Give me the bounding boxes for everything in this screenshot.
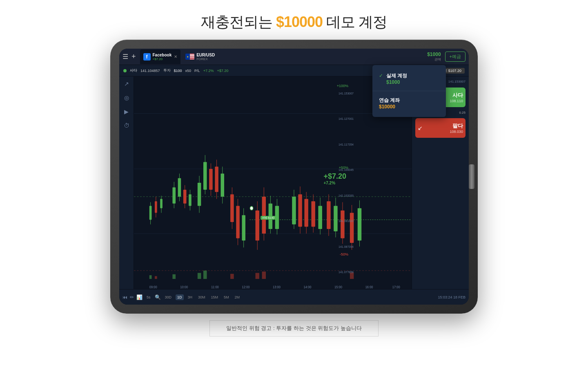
- tab-facebook[interactable]: f Facebook +$7.20 ✕: [140, 49, 181, 64]
- svg-text:13:00: 13:00: [273, 285, 281, 289]
- svg-text:16:00: 16:00: [365, 285, 373, 289]
- us-flag-part: [190, 54, 194, 60]
- title-amount: $10000: [276, 13, 323, 30]
- facebook-icon: f: [143, 53, 151, 61]
- practice-account-amount: $10000: [379, 104, 439, 110]
- warning-text: 일반적인 위험 경고 : 투자를 하는 것은 위험도가 높습니다: [226, 325, 362, 331]
- balance-amount: $1000: [427, 52, 441, 57]
- checkmark-icon: ✓: [379, 73, 383, 79]
- axis-label-4: 141.100045: [329, 168, 354, 171]
- svg-text:17:00: 17:00: [392, 285, 400, 289]
- balance-area[interactable]: $1000 관액: [427, 52, 441, 62]
- axis-label-6: 141.081820: [329, 220, 354, 222]
- timeframe-3h[interactable]: 3H: [186, 294, 194, 300]
- deposit-button[interactable]: +예금: [445, 52, 466, 62]
- draw-icon[interactable]: ✏: [130, 294, 134, 300]
- trade-price: 141.104857: [140, 69, 160, 73]
- svg-text:11:00: 11:00: [211, 285, 219, 289]
- eu-flag-part: ★: [185, 54, 190, 60]
- buy-button-text: 사다 108.110: [450, 92, 463, 103]
- timeframe-2m[interactable]: 2M: [233, 294, 242, 300]
- rewind-icon[interactable]: ⏮: [122, 294, 127, 300]
- real-account-amount: $1000: [386, 79, 407, 85]
- page-title: 재충전되는 $10000 데모 계정: [201, 12, 387, 32]
- eurusd-text: EUR/USD FOREX: [196, 53, 215, 61]
- real-account-label: 실제 계정: [386, 72, 407, 79]
- search-icon[interactable]: 🔍: [155, 294, 161, 300]
- axis-label-2: 141.127001: [329, 117, 354, 120]
- trade-invest-label: 투자: [163, 68, 171, 73]
- practice-account-text: 연습 계좌 $10000: [379, 97, 439, 110]
- left-toolbar: ↗ ◎ ▶ ⏱: [119, 76, 134, 289]
- svg-rect-70: [230, 274, 234, 279]
- indicator-icon[interactable]: ◎: [124, 94, 129, 101]
- play-icon[interactable]: ▶: [124, 108, 129, 115]
- svg-text:09:00: 09:00: [149, 285, 157, 289]
- svg-rect-65: [149, 275, 152, 279]
- right-axis-labels: 141.153007 141.127001 141.117354 141.100…: [329, 76, 354, 289]
- menu-button[interactable]: ☰: [122, 53, 128, 61]
- svg-rect-69: [203, 271, 207, 279]
- practice-account-item[interactable]: 연습 계좌 $10000: [372, 94, 446, 113]
- trade-pl-label: P/L: [194, 69, 200, 73]
- axis-label-3: 141.117354: [329, 143, 354, 146]
- axis-label-8: 141.077858: [329, 271, 354, 274]
- svg-rect-66: [155, 276, 157, 279]
- dropdown-divider: [372, 91, 446, 91]
- timeframe-1d[interactable]: 1D: [176, 294, 184, 300]
- chart-type-icon[interactable]: 📊: [136, 294, 143, 300]
- tablet-screen: ☰ + f Facebook +$7.20 ✕ ★ E: [119, 49, 469, 305]
- trade-pl-amount: +$7.20: [217, 69, 228, 73]
- title-prefix: 재충전되는: [201, 13, 276, 30]
- tab-facebook-text: Facebook +$7.20: [153, 53, 172, 61]
- warning-bar: 일반적인 위험 경고 : 투자를 하는 것은 위험도가 높습니다: [209, 320, 379, 337]
- buy-label: 사다: [452, 92, 463, 99]
- timeframe-30m[interactable]: 30M: [196, 294, 207, 300]
- interval-label[interactable]: 5s: [145, 294, 152, 300]
- axis-label-5: 141.103200: [329, 194, 354, 197]
- svg-rect-71: [256, 273, 259, 279]
- timestamp-label: 15:03:24 18 FEB: [438, 295, 466, 299]
- sell-label: 팔다: [452, 122, 463, 130]
- timeframe-30d[interactable]: 30D: [163, 294, 174, 300]
- axis-label-7: 141.087394: [329, 245, 354, 248]
- svg-rect-72: [262, 272, 266, 279]
- sell-button-text: 팔다 108.030: [450, 122, 463, 134]
- svg-text:10:00: 10:00: [180, 285, 188, 289]
- balance-label: 관액: [434, 57, 441, 62]
- trade-invest-amount: $100: [174, 69, 182, 73]
- trade-status-dot: [123, 69, 127, 72]
- tab-facebook-close[interactable]: ✕: [174, 54, 177, 59]
- svg-text:12:00: 12:00: [242, 285, 249, 289]
- trade-pl-value: +7.2%: [203, 69, 214, 73]
- tablet-power-button[interactable]: [469, 164, 474, 189]
- eurusd-name: EUR/USD: [196, 53, 215, 57]
- trend-icon[interactable]: ↗: [124, 81, 129, 87]
- tablet-bezel: ☰ + f Facebook +$7.20 ✕ ★ E: [110, 40, 478, 314]
- trade-action: 사다: [130, 68, 137, 73]
- timeframe-5m[interactable]: 5M: [222, 294, 231, 300]
- tab-eurusd[interactable]: ★ EUR/USD FOREX: [182, 51, 218, 63]
- sell-button[interactable]: ↙ 팔다 108.030: [415, 118, 466, 138]
- svg-text:14:00: 14:00: [304, 285, 312, 289]
- svg-rect-67: [172, 274, 176, 279]
- sell-arrow-icon: ↙: [418, 125, 423, 131]
- timeframe-15m[interactable]: 15M: [209, 294, 220, 300]
- eurusd-flag: ★: [185, 54, 194, 60]
- history-icon[interactable]: ⏱: [124, 122, 129, 129]
- real-account-item[interactable]: ✓ 실제 계정 $1000: [372, 69, 446, 88]
- svg-point-36: [250, 206, 253, 210]
- tab-facebook-gain: +$7.20: [153, 57, 172, 61]
- entry-tag: X50 $100: [261, 216, 276, 220]
- buy-price: 108.110: [450, 99, 463, 103]
- account-dropdown: ✓ 실제 계정 $1000 연습 계좌 $10000: [372, 65, 446, 117]
- chart-area: +100% +50% -50% +$7.20 +7.2% X50 $100: [134, 76, 412, 289]
- real-account-text: 실제 계정 $1000: [386, 72, 407, 85]
- svg-rect-68: [198, 273, 201, 279]
- sell-price: 108.030: [450, 130, 463, 134]
- eurusd-sub: FOREX: [196, 57, 215, 61]
- practice-account-label: 연습 계좌: [379, 97, 439, 104]
- add-instrument-button[interactable]: +: [131, 52, 136, 61]
- app-header: ☰ + f Facebook +$7.20 ✕ ★ E: [119, 49, 469, 65]
- title-suffix: 데모 계정: [323, 13, 387, 30]
